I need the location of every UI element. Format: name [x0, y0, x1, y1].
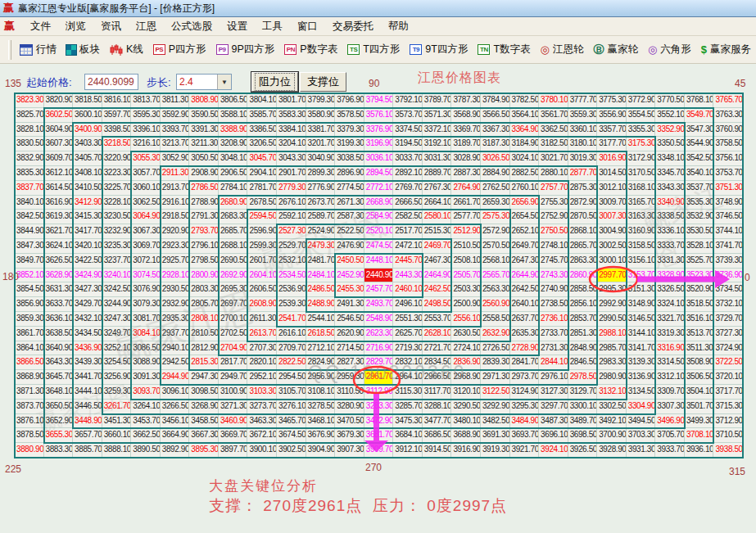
grid-cell[interactable]: 3458.50: [189, 414, 219, 429]
grid-cell[interactable]: 3338.50: [655, 210, 685, 224]
grid-cell[interactable]: 2568.10: [481, 254, 510, 269]
grid-cell[interactable]: 3127.30: [539, 385, 568, 400]
grid-cell[interactable]: 3393.70: [161, 123, 190, 138]
grid-cell[interactable]: 3122.50: [481, 385, 510, 400]
grid-cell[interactable]: 3602.50: [44, 108, 74, 123]
grid-cell[interactable]: 3614.50: [44, 181, 74, 196]
grid-cell[interactable]: 2978.50: [568, 370, 598, 385]
grid-cell[interactable]: 3252.10: [102, 341, 132, 356]
grid-cell[interactable]: 3792.10: [393, 93, 423, 108]
grid-cell[interactable]: 3724.90: [713, 341, 743, 356]
grid-cell[interactable]: 3136.90: [627, 370, 656, 385]
grid-cell[interactable]: 3369.70: [451, 123, 481, 138]
grid-cell[interactable]: 2872.90: [568, 196, 598, 210]
grid-cell[interactable]: 3866.50: [15, 355, 44, 370]
grid-cell[interactable]: 2894.50: [364, 166, 394, 181]
grid-cell[interactable]: 3117.70: [423, 385, 452, 400]
grid-cell[interactable]: 2901.70: [277, 166, 306, 181]
grid-cell[interactable]: 3357.70: [597, 123, 627, 138]
grid-cell[interactable]: 2709.70: [277, 341, 306, 356]
grid-cell[interactable]: 2959.30: [335, 370, 364, 385]
grid-cell[interactable]: 3336.10: [655, 224, 685, 239]
grid-cell[interactable]: 3556.90: [597, 108, 627, 123]
grid-cell[interactable]: 2517.70: [393, 224, 423, 239]
menu-item-江恩[interactable]: 江恩: [129, 18, 164, 35]
grid-cell[interactable]: 3518.50: [685, 297, 714, 312]
grid-cell[interactable]: 3376.90: [364, 123, 394, 138]
grid-cell[interactable]: 3669.70: [219, 428, 248, 443]
grid-cell[interactable]: 3091.30: [131, 370, 161, 385]
grid-cell[interactable]: 3372.10: [423, 123, 452, 138]
menu-item-交易委托[interactable]: 交易委托: [325, 18, 381, 35]
grid-cell[interactable]: 2654.50: [510, 210, 540, 224]
grid-cell[interactable]: 2661.70: [451, 196, 481, 210]
grid-cell[interactable]: 3758.50: [713, 137, 743, 151]
grid-cell[interactable]: 2604.10: [247, 269, 277, 283]
grid-cell[interactable]: 3141.70: [627, 341, 656, 356]
grid-cell[interactable]: 3184.90: [510, 137, 540, 151]
grid-cell[interactable]: 3549.70: [685, 108, 714, 123]
grid-cell[interactable]: 2644.90: [510, 269, 540, 283]
grid-cell-center[interactable]: 2440.90: [364, 269, 394, 283]
grid-cell[interactable]: 3756.10: [713, 151, 743, 166]
support-button[interactable]: 支撑位: [300, 72, 346, 92]
grid-cell[interactable]: 3900.10: [247, 443, 277, 458]
grid-cell[interactable]: 3230.50: [102, 210, 132, 224]
grid-cell[interactable]: 3883.30: [44, 443, 74, 458]
grid-cell[interactable]: 2836.90: [451, 355, 481, 370]
grid-cell[interactable]: 2827.30: [335, 355, 364, 370]
grid-cell[interactable]: 2930.50: [161, 282, 190, 297]
grid-cell[interactable]: 3463.30: [247, 414, 277, 429]
grid-cell[interactable]: 2692.90: [219, 269, 248, 283]
grid-cell[interactable]: 3876.10: [15, 414, 44, 429]
menu-item-资讯[interactable]: 资讯: [93, 18, 129, 35]
grid-cell[interactable]: 3038.50: [335, 151, 364, 166]
grid-cell[interactable]: 3811.30: [161, 93, 190, 108]
grid-cell[interactable]: 3081.70: [131, 312, 161, 327]
grid-cell[interactable]: 3417.70: [73, 224, 102, 239]
grid-cell[interactable]: 2491.30: [335, 297, 364, 312]
grid-cell[interactable]: 2904.10: [247, 166, 277, 181]
grid-cell[interactable]: 2988.10: [597, 327, 627, 341]
grid-cell[interactable]: 3259.30: [102, 385, 132, 400]
grid-cell[interactable]: 3129.70: [568, 385, 598, 400]
grid-cell[interactable]: 3134.50: [627, 385, 656, 400]
grid-cell[interactable]: 2740.90: [539, 282, 568, 297]
grid-cell[interactable]: 2829.70: [364, 355, 394, 370]
grid-cell[interactable]: 3573.70: [393, 108, 423, 123]
grid-cell[interactable]: 2757.70: [539, 181, 568, 196]
grid-cell[interactable]: 3652.90: [44, 414, 74, 429]
grid-cell[interactable]: 2870.50: [568, 210, 598, 224]
grid-cell[interactable]: 2748.10: [539, 239, 568, 254]
grid-cell[interactable]: 2630.50: [451, 327, 481, 341]
grid-cell[interactable]: 2899.30: [306, 166, 336, 181]
grid-cell[interactable]: 3938.50: [713, 443, 743, 458]
grid-cell[interactable]: 3537.70: [685, 181, 714, 196]
chevron-down-icon[interactable]: ▼: [217, 75, 231, 89]
grid-cell[interactable]: 2656.90: [510, 196, 540, 210]
grid-cell[interactable]: 2856.10: [568, 297, 598, 312]
toolbar-item-9T四方形[interactable]: T99T四方形: [410, 43, 468, 56]
grid-cell[interactable]: 3151.30: [627, 282, 656, 297]
grid-cell[interactable]: 3619.30: [44, 210, 74, 224]
grid-cell[interactable]: 2474.50: [364, 239, 394, 254]
grid-cell[interactable]: 3220.90: [102, 151, 132, 166]
grid-cell[interactable]: 2712.10: [306, 341, 336, 356]
grid-cell[interactable]: 3595.30: [131, 108, 161, 123]
grid-cell[interactable]: 2642.50: [510, 282, 540, 297]
grid-cell[interactable]: 3297.70: [539, 400, 568, 414]
grid-cell[interactable]: 3132.10: [597, 385, 627, 400]
grid-cell[interactable]: 2534.50: [277, 269, 306, 283]
grid-cell[interactable]: 3496.90: [655, 414, 685, 429]
grid-cell[interactable]: 2623.30: [364, 327, 394, 341]
grid-cell[interactable]: 3916.90: [451, 443, 481, 458]
grid-cell[interactable]: 2587.30: [335, 210, 364, 224]
grid-cell[interactable]: 2990.50: [597, 312, 627, 327]
grid-cell[interactable]: 2762.50: [481, 181, 510, 196]
grid-cell[interactable]: 3004.90: [597, 224, 627, 239]
grid-cell[interactable]: 3592.90: [161, 108, 190, 123]
grid-cell[interactable]: 2620.90: [335, 327, 364, 341]
grid-cell[interactable]: 3302.50: [597, 400, 627, 414]
grid-cell[interactable]: 3729.70: [713, 312, 743, 327]
grid-cell[interactable]: 3854.50: [15, 282, 44, 297]
